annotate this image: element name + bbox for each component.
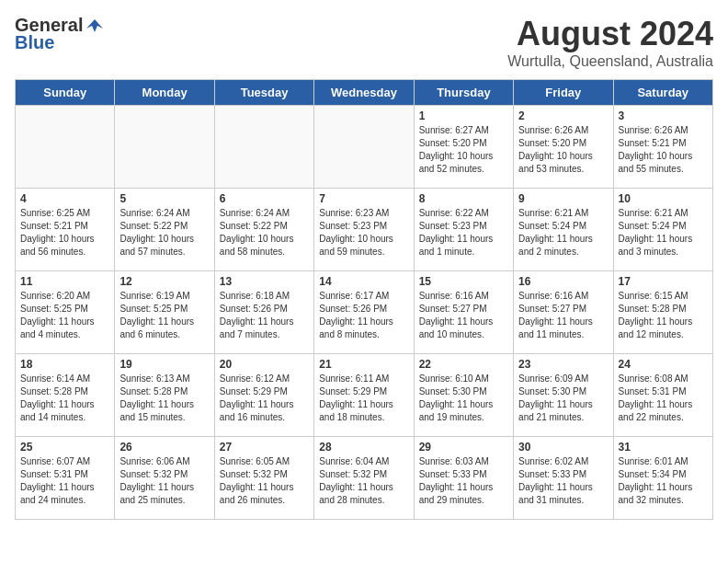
calendar-cell <box>115 106 214 189</box>
calendar-header-row: SundayMondayTuesdayWednesdayThursdayFrid… <box>16 80 713 106</box>
day-header-saturday: Saturday <box>613 80 712 106</box>
day-number: 9 <box>518 192 608 205</box>
day-number: 23 <box>518 358 608 371</box>
calendar-cell: 28Sunrise: 6:04 AM Sunset: 5:32 PM Dayli… <box>314 437 414 520</box>
calendar-cell: 5Sunrise: 6:24 AM Sunset: 5:22 PM Daylig… <box>115 189 214 271</box>
day-info: Sunrise: 6:12 AM Sunset: 5:29 PM Dayligh… <box>220 373 309 424</box>
calendar-cell: 8Sunrise: 6:22 AM Sunset: 5:23 PM Daylig… <box>414 189 513 271</box>
logo-blue-text: Blue <box>15 32 54 53</box>
day-info: Sunrise: 6:08 AM Sunset: 5:31 PM Dayligh… <box>619 373 708 424</box>
day-number: 24 <box>619 358 708 371</box>
day-number: 4 <box>20 192 109 205</box>
calendar-cell: 4Sunrise: 6:25 AM Sunset: 5:21 PM Daylig… <box>16 189 115 271</box>
day-number: 1 <box>419 109 508 122</box>
day-info: Sunrise: 6:16 AM Sunset: 5:27 PM Dayligh… <box>419 290 508 341</box>
day-number: 7 <box>319 192 408 205</box>
calendar-week-1: 1Sunrise: 6:27 AM Sunset: 5:20 PM Daylig… <box>16 106 713 189</box>
calendar-week-4: 18Sunrise: 6:14 AM Sunset: 5:28 PM Dayli… <box>16 354 713 437</box>
day-header-wednesday: Wednesday <box>314 80 414 106</box>
calendar-table: SundayMondayTuesdayWednesdayThursdayFrid… <box>15 79 713 520</box>
day-number: 30 <box>518 441 608 454</box>
day-info: Sunrise: 6:04 AM Sunset: 5:32 PM Dayligh… <box>319 455 408 507</box>
page-header: General Blue August 2024 Wurtulla, Queen… <box>15 15 713 70</box>
day-number: 18 <box>20 358 109 371</box>
day-number: 22 <box>419 358 508 371</box>
logo-bird-icon <box>85 16 105 36</box>
calendar-cell: 29Sunrise: 6:03 AM Sunset: 5:33 PM Dayli… <box>414 437 513 520</box>
month-title: August 2024 <box>507 15 713 53</box>
day-number: 6 <box>220 192 309 205</box>
calendar-cell: 13Sunrise: 6:18 AM Sunset: 5:26 PM Dayli… <box>214 271 313 354</box>
day-number: 14 <box>319 275 408 288</box>
calendar-cell <box>16 106 115 189</box>
day-number: 8 <box>419 192 508 205</box>
calendar-cell: 19Sunrise: 6:13 AM Sunset: 5:28 PM Dayli… <box>115 354 214 437</box>
day-number: 17 <box>619 275 708 288</box>
calendar-cell: 7Sunrise: 6:23 AM Sunset: 5:23 PM Daylig… <box>314 189 414 271</box>
calendar-cell: 2Sunrise: 6:26 AM Sunset: 5:20 PM Daylig… <box>514 106 613 189</box>
calendar-cell: 22Sunrise: 6:10 AM Sunset: 5:30 PM Dayli… <box>414 354 513 437</box>
day-header-thursday: Thursday <box>414 80 513 106</box>
day-info: Sunrise: 6:21 AM Sunset: 5:24 PM Dayligh… <box>619 207 708 259</box>
location-text: Wurtulla, Queensland, Australia <box>507 53 713 70</box>
day-info: Sunrise: 6:11 AM Sunset: 5:29 PM Dayligh… <box>319 373 408 424</box>
day-header-friday: Friday <box>514 80 613 106</box>
day-number: 29 <box>419 441 508 454</box>
day-info: Sunrise: 6:05 AM Sunset: 5:32 PM Dayligh… <box>220 455 309 507</box>
title-block: August 2024 Wurtulla, Queensland, Austra… <box>507 15 713 70</box>
day-number: 25 <box>20 441 109 454</box>
day-number: 21 <box>319 358 408 371</box>
calendar-cell <box>314 106 414 189</box>
day-info: Sunrise: 6:02 AM Sunset: 5:33 PM Dayligh… <box>518 455 608 507</box>
calendar-cell: 27Sunrise: 6:05 AM Sunset: 5:32 PM Dayli… <box>214 437 313 520</box>
calendar-cell: 1Sunrise: 6:27 AM Sunset: 5:20 PM Daylig… <box>414 106 513 189</box>
logo: General Blue <box>15 15 105 53</box>
calendar-cell: 9Sunrise: 6:21 AM Sunset: 5:24 PM Daylig… <box>514 189 613 271</box>
day-header-sunday: Sunday <box>16 80 115 106</box>
calendar-cell: 18Sunrise: 6:14 AM Sunset: 5:28 PM Dayli… <box>16 354 115 437</box>
day-number: 12 <box>119 275 209 288</box>
calendar-cell: 12Sunrise: 6:19 AM Sunset: 5:25 PM Dayli… <box>115 271 214 354</box>
calendar-cell: 15Sunrise: 6:16 AM Sunset: 5:27 PM Dayli… <box>414 271 513 354</box>
day-header-monday: Monday <box>115 80 214 106</box>
day-number: 5 <box>119 192 209 205</box>
day-header-tuesday: Tuesday <box>214 80 313 106</box>
day-info: Sunrise: 6:26 AM Sunset: 5:20 PM Dayligh… <box>518 124 608 176</box>
day-info: Sunrise: 6:20 AM Sunset: 5:25 PM Dayligh… <box>20 290 109 341</box>
day-info: Sunrise: 6:27 AM Sunset: 5:20 PM Dayligh… <box>419 124 508 176</box>
day-number: 13 <box>220 275 309 288</box>
calendar-cell: 24Sunrise: 6:08 AM Sunset: 5:31 PM Dayli… <box>613 354 712 437</box>
day-info: Sunrise: 6:16 AM Sunset: 5:27 PM Dayligh… <box>518 290 608 341</box>
day-number: 15 <box>419 275 508 288</box>
calendar-cell: 17Sunrise: 6:15 AM Sunset: 5:28 PM Dayli… <box>613 271 712 354</box>
day-number: 2 <box>518 109 608 122</box>
calendar-cell: 20Sunrise: 6:12 AM Sunset: 5:29 PM Dayli… <box>214 354 313 437</box>
day-number: 10 <box>619 192 708 205</box>
day-number: 28 <box>319 441 408 454</box>
calendar-week-2: 4Sunrise: 6:25 AM Sunset: 5:21 PM Daylig… <box>16 189 713 271</box>
calendar-cell: 31Sunrise: 6:01 AM Sunset: 5:34 PM Dayli… <box>613 437 712 520</box>
day-info: Sunrise: 6:06 AM Sunset: 5:32 PM Dayligh… <box>119 455 209 507</box>
day-info: Sunrise: 6:14 AM Sunset: 5:28 PM Dayligh… <box>20 373 109 424</box>
calendar-cell: 30Sunrise: 6:02 AM Sunset: 5:33 PM Dayli… <box>514 437 613 520</box>
day-info: Sunrise: 6:24 AM Sunset: 5:22 PM Dayligh… <box>119 207 209 259</box>
day-info: Sunrise: 6:09 AM Sunset: 5:30 PM Dayligh… <box>518 373 608 424</box>
calendar-cell <box>214 106 313 189</box>
calendar-cell: 3Sunrise: 6:26 AM Sunset: 5:21 PM Daylig… <box>613 106 712 189</box>
day-info: Sunrise: 6:22 AM Sunset: 5:23 PM Dayligh… <box>419 207 508 259</box>
calendar-cell: 21Sunrise: 6:11 AM Sunset: 5:29 PM Dayli… <box>314 354 414 437</box>
day-number: 19 <box>119 358 209 371</box>
day-info: Sunrise: 6:26 AM Sunset: 5:21 PM Dayligh… <box>619 124 708 176</box>
calendar-cell: 23Sunrise: 6:09 AM Sunset: 5:30 PM Dayli… <box>514 354 613 437</box>
day-number: 11 <box>20 275 109 288</box>
day-number: 3 <box>619 109 708 122</box>
day-info: Sunrise: 6:07 AM Sunset: 5:31 PM Dayligh… <box>20 455 109 507</box>
day-info: Sunrise: 6:25 AM Sunset: 5:21 PM Dayligh… <box>20 207 109 259</box>
day-info: Sunrise: 6:23 AM Sunset: 5:23 PM Dayligh… <box>319 207 408 259</box>
day-info: Sunrise: 6:10 AM Sunset: 5:30 PM Dayligh… <box>419 373 508 424</box>
day-info: Sunrise: 6:17 AM Sunset: 5:26 PM Dayligh… <box>319 290 408 341</box>
calendar-cell: 11Sunrise: 6:20 AM Sunset: 5:25 PM Dayli… <box>16 271 115 354</box>
calendar-week-3: 11Sunrise: 6:20 AM Sunset: 5:25 PM Dayli… <box>16 271 713 354</box>
calendar-cell: 14Sunrise: 6:17 AM Sunset: 5:26 PM Dayli… <box>314 271 414 354</box>
day-number: 27 <box>220 441 309 454</box>
